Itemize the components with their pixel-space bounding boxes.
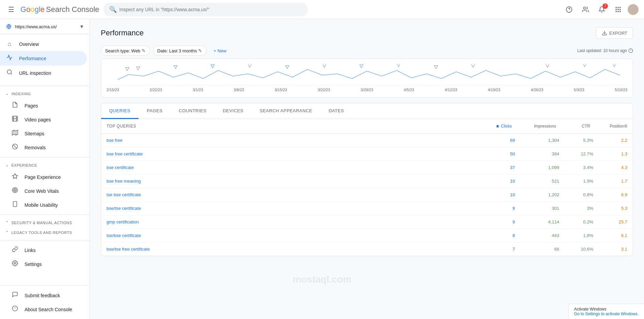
cell-impressions: 1,099 xyxy=(515,165,559,170)
help-button[interactable] xyxy=(562,3,576,16)
sidebar-item-label: Mobile Usability xyxy=(25,202,58,208)
dropdown-arrow-icon: ▼ xyxy=(79,24,84,29)
cell-position: 6.9 xyxy=(593,192,627,197)
cell-ctr: 0.2% xyxy=(559,219,593,224)
svg-rect-6 xyxy=(616,9,617,10)
chart-date: 4/19/23 xyxy=(488,88,500,92)
tab-dates[interactable]: DATES xyxy=(320,103,352,119)
cell-position: 4.3 xyxy=(593,165,627,170)
sidebar-item-label: Submit feedback xyxy=(25,293,60,298)
sidebar-item-removals[interactable]: Removals xyxy=(0,140,87,154)
menu-icon[interactable]: ☰ xyxy=(5,3,17,16)
search-type-filter[interactable]: Search type: Web ✎ xyxy=(101,46,150,56)
table-row[interactable]: bse/tse free certificate 7 66 10.6% 3.1 xyxy=(101,242,633,256)
sidebar-item-url-inspection[interactable]: URL inspection xyxy=(0,66,87,80)
svg-rect-8 xyxy=(619,9,621,10)
tab-search-appearance[interactable]: SEARCH APPEARANCE xyxy=(252,103,320,119)
sidebar-item-core-web-vitals[interactable]: Core Web Vitals xyxy=(0,184,87,198)
svg-text:▽: ▽ xyxy=(583,64,587,67)
sidebar-item-about[interactable]: About Search Console xyxy=(0,302,87,316)
col-header-impressions: Impressions xyxy=(512,124,556,129)
plus-icon: + xyxy=(213,48,216,53)
windows-activation-link[interactable]: Go to Settings to activate Windows. xyxy=(574,312,639,316)
svg-rect-10 xyxy=(617,11,618,12)
table-row[interactable]: bse free 69 1,304 5.3% 2.2 xyxy=(101,134,633,147)
security-section-header[interactable]: ⌃ Security & Manual Actions xyxy=(0,218,90,228)
cell-clicks: 69 xyxy=(474,138,515,143)
chart-date: 3/22/23 xyxy=(318,88,330,92)
sidebar-item-overview[interactable]: ⌂ Overview xyxy=(0,37,87,51)
cell-ctr: 3% xyxy=(559,206,593,211)
table-row[interactable]: gmp certification 9 4,114 0.2% 25.7 xyxy=(101,215,633,229)
svg-point-30 xyxy=(15,190,16,191)
sidebar-item-submit-feedback[interactable]: Submit feedback xyxy=(0,288,87,302)
url-search-bar[interactable]: 🔍 xyxy=(103,3,308,16)
table-row[interactable]: tse bse certificate 10 1,202 0.8% 6.9 xyxy=(101,188,633,202)
svg-point-33 xyxy=(14,263,16,264)
cell-impressions: 301 xyxy=(515,206,559,211)
svg-text:▽: ▽ xyxy=(136,66,141,71)
tab-countries[interactable]: COUNTRIES xyxy=(171,103,214,119)
sidebar-item-settings[interactable]: Settings xyxy=(0,257,87,271)
cell-clicks: 7 xyxy=(474,247,515,252)
cell-position: 6.1 xyxy=(593,233,627,238)
chart-area: ▽ ▽ ▽ ▽ ▽ ▽ ▽ ▽ ▽ ▽ ▽ ▽ ▽ ▽ 2/15/23 xyxy=(101,58,633,98)
indexing-section-header[interactable]: ⌄ Indexing xyxy=(0,89,90,99)
overview-icon: ⌂ xyxy=(5,40,14,48)
tab-devices[interactable]: DEVICES xyxy=(214,103,252,119)
sidebar-item-video-pages[interactable]: Video pages xyxy=(0,113,87,127)
sidebar-footer: Submit feedback About Search Console xyxy=(0,285,90,319)
windows-activation-text: Activate Windows xyxy=(574,307,607,312)
nav-divider-3 xyxy=(0,215,90,215)
app-name: Search Console xyxy=(46,5,99,14)
date-range-filter[interactable]: Date: Last 3 months ✎ xyxy=(153,46,207,56)
table-row[interactable]: bse free meaning 10 521 1.9% 1.7 xyxy=(101,174,633,188)
cell-impressions: 394 xyxy=(515,151,559,156)
chart-svg: ▽ ▽ ▽ ▽ ▽ ▽ ▽ ▽ ▽ ▽ ▽ ▽ ▽ ▽ xyxy=(107,64,627,85)
export-label: EXPORT xyxy=(609,31,627,36)
sidebar-item-sitemaps[interactable]: Sitemaps xyxy=(0,127,87,140)
add-filter-button[interactable]: + New xyxy=(209,46,230,55)
sidebar-item-page-experience[interactable]: Page Experience xyxy=(0,170,87,184)
pages-icon xyxy=(11,102,19,110)
site-selector[interactable]: https://www.acma.us/ ▼ xyxy=(0,19,90,34)
sidebar-item-pages[interactable]: Pages xyxy=(0,99,87,113)
notifications-button[interactable]: 7 xyxy=(595,3,609,16)
google-logo: Google Search Console xyxy=(20,5,99,14)
cell-position: 1.7 xyxy=(593,179,627,184)
svg-text:▽: ▽ xyxy=(434,64,438,69)
sidebar-item-mobile-usability[interactable]: Mobile Usability xyxy=(0,198,87,212)
search-input[interactable] xyxy=(119,7,302,12)
table-row[interactable]: bse certificate 37 1,099 3.4% 4.3 xyxy=(101,161,633,174)
chart-date: 2/22/23 xyxy=(149,88,162,92)
user-avatar[interactable] xyxy=(628,4,639,15)
chart-date: 3/8/23 xyxy=(234,88,244,92)
accounts-button[interactable] xyxy=(579,3,592,16)
nav-divider xyxy=(0,86,90,86)
edit-icon: ✎ xyxy=(142,48,146,53)
table-row[interactable]: tse/bse certificate 8 443 1.8% 6.1 xyxy=(101,229,633,242)
table-row[interactable]: bse free certificate 50 394 12.7% 1.3 xyxy=(101,147,633,161)
filter-icon[interactable]: ≡ xyxy=(624,123,627,129)
cell-ctr: 5.3% xyxy=(559,138,593,143)
table-row[interactable]: bse/tse certificate 9 301 3% 5.3 xyxy=(101,202,633,215)
nav-divider-2 xyxy=(0,157,90,157)
tab-pages[interactable]: PAGES xyxy=(139,103,171,119)
tab-queries[interactable]: QUERIES xyxy=(101,103,139,119)
cell-position: 5.3 xyxy=(593,206,627,211)
apps-button[interactable] xyxy=(611,3,625,16)
sidebar-item-performance[interactable]: Performance xyxy=(0,51,87,66)
cell-impressions: 521 xyxy=(515,179,559,184)
experience-section-header[interactable]: ⌄ Experience xyxy=(0,160,90,170)
section-label: Experience xyxy=(12,163,37,167)
cell-query: gmp certification xyxy=(107,219,474,224)
core-web-vitals-icon xyxy=(11,187,19,195)
svg-point-2 xyxy=(583,7,586,9)
export-button[interactable]: EXPORT xyxy=(596,27,633,39)
windows-notice: Activate Windows Go to Settings to activ… xyxy=(568,304,644,319)
collapse-icon: ⌄ xyxy=(5,91,9,96)
mobile-usability-icon xyxy=(11,201,19,209)
cell-ctr: 0.8% xyxy=(559,192,593,197)
sidebar-item-links[interactable]: Links xyxy=(0,243,87,257)
legacy-section-header[interactable]: ⌃ Legacy tools and reports xyxy=(0,228,90,237)
